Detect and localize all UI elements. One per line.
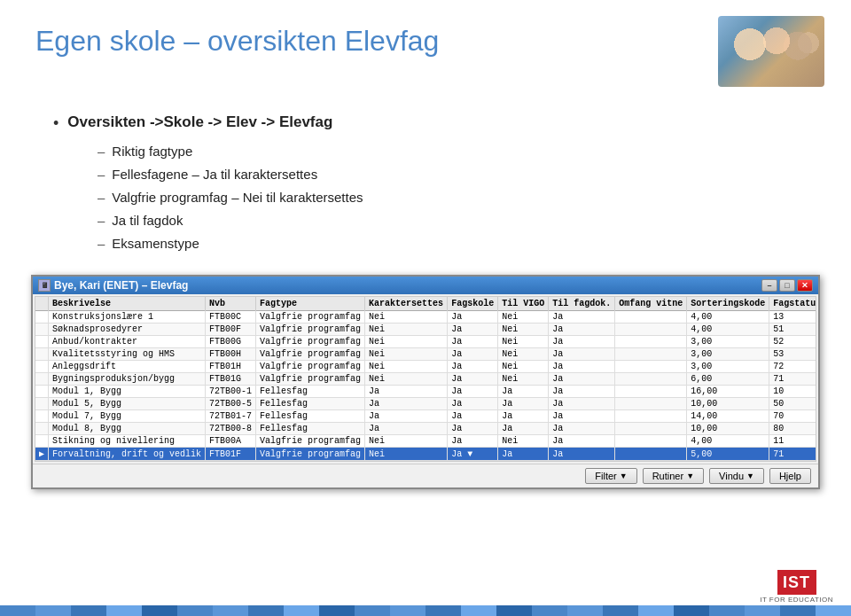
elevfag-dialog: 🖥 Bye, Kari (ENET) – Elevfag – □ ✕ Beskr… — [31, 275, 820, 489]
row-beskrivelse: Modul 8, Bygg — [49, 423, 206, 435]
row-fagstatus: 10 — [769, 386, 816, 398]
filter-button[interactable]: Filter ▼ — [585, 468, 636, 484]
row-fagtype: Fellesfag — [256, 386, 365, 398]
vindu-button[interactable]: Vindu ▼ — [709, 468, 764, 484]
rutiner-button[interactable]: Rutiner ▼ — [643, 468, 704, 484]
row-fagstatus: 71 — [769, 448, 816, 461]
row-omfang — [615, 361, 687, 373]
row-beskrivelse: Kvalitetsstyring og HMS — [49, 348, 206, 361]
row-beskrivelse: Modul 1, Bygg — [49, 386, 206, 398]
row-beskrivelse: Konstruksjonslære 1 — [49, 311, 206, 324]
table-row[interactable]: Kvalitetsstyring og HMS FTB00H Valgfrie … — [35, 348, 816, 361]
dash-icon-3: – — [98, 188, 105, 207]
row-arrow — [35, 336, 49, 348]
bullet-dot: • — [53, 114, 59, 133]
table-row[interactable]: Modul 1, Bygg 72TB00-1 Fellesfag Ja Ja J… — [35, 386, 816, 398]
footer-stripes — [0, 605, 851, 616]
header-photo — [718, 16, 824, 87]
row-arrow — [35, 410, 49, 423]
filter-arrow-icon: ▼ — [620, 472, 628, 480]
row-fagdok: Ja — [549, 373, 615, 386]
sub-text-5: Eksamenstype — [112, 234, 199, 253]
row-fagstatus: 51 — [769, 324, 816, 336]
row-fagskole: Ja — [448, 311, 498, 324]
row-vigo: Ja — [498, 448, 549, 461]
ist-box: IST — [777, 570, 816, 595]
row-kar: Ja — [365, 423, 448, 435]
dash-icon-1: – — [98, 142, 105, 160]
dash-icon-4: – — [98, 211, 105, 230]
row-fagdok: Ja — [549, 410, 615, 423]
row-fagstatus: 80 — [769, 423, 816, 435]
sub-bullet-4: – Ja til fagdok — [98, 211, 816, 230]
table-row[interactable]: Anbud/kontrakter FTB00G Valgfrie program… — [35, 336, 816, 348]
row-nvb: 72TB00-8 — [206, 423, 256, 435]
col-header-beskrivelse: Beskrivelse — [49, 297, 206, 311]
row-vigo: Nei — [498, 373, 549, 386]
row-arrow — [35, 423, 49, 435]
row-arrow — [35, 348, 49, 361]
titlebar-left: 🖥 Bye, Kari (ENET) – Elevfag — [38, 279, 188, 292]
row-fagskole: Ja — [448, 324, 498, 336]
row-sort: 5,00 — [687, 448, 769, 461]
rutiner-label: Rutiner — [652, 471, 683, 481]
header: Egen skole – oversikten Elevfag — [0, 0, 851, 96]
hjelp-button[interactable]: Hjelp — [769, 468, 811, 484]
row-omfang — [615, 386, 687, 398]
row-vigo: Nei — [498, 435, 549, 448]
col-header-fagskole: Fagskole — [448, 297, 498, 311]
close-button[interactable]: ✕ — [797, 279, 813, 292]
col-header-tilvigo: Til VIGO — [498, 297, 549, 311]
row-fagskole: Ja ▼ — [448, 448, 498, 461]
row-fagdok: Ja — [549, 423, 615, 435]
table-row[interactable]: Anleggsdrift FTB01H Valgfrie programfag … — [35, 361, 816, 373]
dialog-bottom-bar: Filter ▼ Rutiner ▼ Vindu ▼ Hjelp — [33, 464, 818, 487]
table-row[interactable]: Søknadsprosedyrer FTB00F Valgfrie progra… — [35, 324, 816, 336]
row-fagdok: Ja — [549, 324, 615, 336]
row-fagtype: Valgfrie programfag — [256, 348, 365, 361]
row-nvb: FTB00F — [206, 324, 256, 336]
sub-bullet-2: – Fellesfagene – Ja til karaktersettes — [98, 165, 816, 183]
ist-logo: IST IT FOR EDUCATION — [760, 570, 833, 604]
table-body: Konstruksjonslære 1 FTB00C Valgfrie prog… — [35, 311, 816, 461]
row-fagstatus: 72 — [769, 361, 816, 373]
row-vigo: Ja — [498, 423, 549, 435]
table-row-selected[interactable]: ▶ Forvaltning, drift og vedlik FTB01F Va… — [35, 448, 816, 461]
sub-text-1: Riktig fagtype — [112, 142, 192, 160]
filter-label: Filter — [595, 471, 616, 481]
row-beskrivelse: Stikning og nivellering — [49, 435, 206, 448]
table-row[interactable]: Bygningsproduksjon/bygg FTB01G Valgfrie … — [35, 373, 816, 386]
table-row[interactable]: Modul 8, Bygg 72TB00-8 Fellesfag Ja Ja J… — [35, 423, 816, 435]
row-fagdok: Ja — [549, 386, 615, 398]
table-row[interactable]: Modul 5, Bygg 72TB00-5 Fellesfag Ja Ja J… — [35, 398, 816, 410]
row-sort: 10,00 — [687, 423, 769, 435]
row-arrow — [35, 398, 49, 410]
row-vigo: Nei — [498, 324, 549, 336]
table-row[interactable]: Konstruksjonslære 1 FTB00C Valgfrie prog… — [35, 311, 816, 324]
minimize-button[interactable]: – — [761, 279, 777, 292]
row-fagdok: Ja — [549, 398, 615, 410]
row-arrow — [35, 361, 49, 373]
row-fagstatus: 11 — [769, 435, 816, 448]
row-nvb: FTB01G — [206, 373, 256, 386]
row-fagskole: Ja — [448, 435, 498, 448]
dialog-icon: 🖥 — [38, 279, 51, 292]
row-omfang — [615, 324, 687, 336]
row-beskrivelse: Anleggsdrift — [49, 361, 206, 373]
table-container[interactable]: Beskrivelse Nvb Fagtype Karaktersettes F… — [35, 296, 816, 462]
maximize-button[interactable]: □ — [779, 279, 795, 292]
table-row[interactable]: Modul 7, Bygg 72TB01-7 Fellesfag Ja Ja J… — [35, 410, 816, 423]
row-sort: 4,00 — [687, 311, 769, 324]
row-beskrivelse: Modul 5, Bygg — [49, 398, 206, 410]
row-omfang — [615, 348, 687, 361]
row-vigo: Ja — [498, 386, 549, 398]
vindu-arrow-icon: ▼ — [746, 472, 754, 480]
row-nvb: 72TB01-7 — [206, 410, 256, 423]
col-header-karaktersettes: Karaktersettes — [365, 297, 448, 311]
row-vigo: Nei — [498, 348, 549, 361]
row-kar: Nei — [365, 311, 448, 324]
row-sort: 3,00 — [687, 336, 769, 348]
ist-label: IT FOR EDUCATION — [760, 596, 833, 604]
table-row[interactable]: Stikning og nivellering FTB00A Valgfrie … — [35, 435, 816, 448]
window-controls[interactable]: – □ ✕ — [761, 279, 813, 292]
